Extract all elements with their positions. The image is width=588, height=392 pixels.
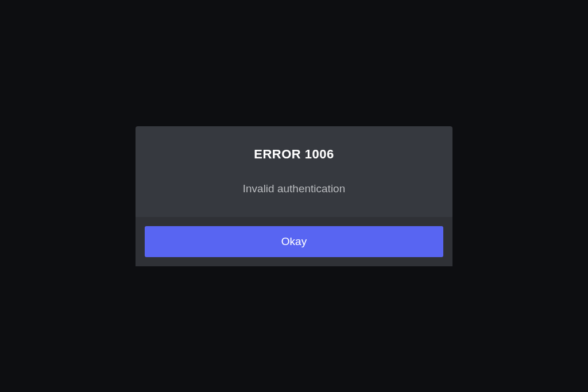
- okay-button[interactable]: Okay: [145, 226, 443, 257]
- modal-footer: Okay: [136, 217, 452, 266]
- error-modal: ERROR 1006 Invalid authentication Okay: [136, 126, 452, 266]
- modal-message: Invalid authentication: [147, 183, 441, 195]
- modal-title: ERROR 1006: [147, 147, 441, 162]
- modal-content: ERROR 1006 Invalid authentication: [136, 126, 452, 217]
